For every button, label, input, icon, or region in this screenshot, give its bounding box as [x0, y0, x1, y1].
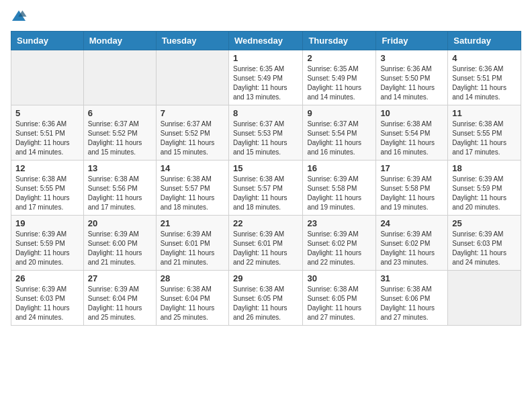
calendar-week-row: 12Sunrise: 6:38 AM Sunset: 5:55 PM Dayli…	[11, 161, 521, 216]
day-info: Sunrise: 6:35 AM Sunset: 5:49 PM Dayligh…	[307, 64, 371, 102]
calendar-cell: 5Sunrise: 6:36 AM Sunset: 5:51 PM Daylig…	[11, 105, 84, 161]
day-number: 27	[88, 273, 152, 283]
day-info: Sunrise: 6:39 AM Sunset: 6:02 PM Dayligh…	[307, 230, 371, 267]
day-info: Sunrise: 6:38 AM Sunset: 6:04 PM Dayligh…	[161, 285, 224, 322]
day-number: 13	[88, 163, 152, 173]
day-number: 31	[380, 273, 443, 283]
calendar-cell: 30Sunrise: 6:38 AM Sunset: 6:05 PM Dayli…	[303, 271, 376, 326]
day-info: Sunrise: 6:38 AM Sunset: 5:54 PM Dayligh…	[380, 120, 443, 157]
calendar-cell: 22Sunrise: 6:39 AM Sunset: 6:01 PM Dayli…	[228, 216, 302, 271]
logo	[11, 11, 30, 24]
day-number: 25	[452, 218, 517, 228]
day-info: Sunrise: 6:38 AM Sunset: 6:05 PM Dayligh…	[233, 285, 298, 322]
calendar-header-row: SundayMondayTuesdayWednesdayThursdayFrid…	[11, 32, 521, 50]
day-number: 18	[452, 163, 517, 173]
calendar-cell: 27Sunrise: 6:39 AM Sunset: 6:04 PM Dayli…	[83, 271, 156, 326]
logo-icon	[11, 9, 27, 23]
day-info: Sunrise: 6:39 AM Sunset: 6:03 PM Dayligh…	[452, 230, 517, 267]
col-header-tuesday: Tuesday	[156, 32, 228, 50]
day-info: Sunrise: 6:38 AM Sunset: 6:06 PM Dayligh…	[380, 285, 443, 322]
calendar-cell: 13Sunrise: 6:38 AM Sunset: 5:56 PM Dayli…	[83, 161, 156, 216]
day-info: Sunrise: 6:37 AM Sunset: 5:52 PM Dayligh…	[161, 120, 224, 157]
day-info: Sunrise: 6:38 AM Sunset: 5:57 PM Dayligh…	[161, 175, 224, 212]
day-info: Sunrise: 6:36 AM Sunset: 5:51 PM Dayligh…	[15, 120, 79, 157]
day-info: Sunrise: 6:38 AM Sunset: 5:55 PM Dayligh…	[15, 175, 79, 212]
day-info: Sunrise: 6:38 AM Sunset: 6:05 PM Dayligh…	[307, 285, 371, 322]
calendar-cell	[83, 50, 156, 105]
day-number: 22	[233, 218, 298, 228]
col-header-thursday: Thursday	[303, 32, 376, 50]
calendar-cell: 2Sunrise: 6:35 AM Sunset: 5:49 PM Daylig…	[303, 50, 376, 105]
day-info: Sunrise: 6:39 AM Sunset: 5:58 PM Dayligh…	[380, 175, 443, 212]
calendar: SundayMondayTuesdayWednesdayThursdayFrid…	[11, 31, 521, 326]
day-info: Sunrise: 6:39 AM Sunset: 5:58 PM Dayligh…	[307, 175, 371, 212]
day-info: Sunrise: 6:38 AM Sunset: 5:57 PM Dayligh…	[233, 175, 298, 212]
day-number: 9	[307, 108, 371, 118]
day-number: 3	[380, 53, 443, 63]
calendar-cell: 1Sunrise: 6:35 AM Sunset: 5:49 PM Daylig…	[228, 50, 302, 105]
day-info: Sunrise: 6:37 AM Sunset: 5:52 PM Dayligh…	[88, 120, 152, 157]
calendar-cell: 7Sunrise: 6:37 AM Sunset: 5:52 PM Daylig…	[156, 105, 228, 161]
day-number: 11	[452, 108, 517, 118]
day-info: Sunrise: 6:38 AM Sunset: 5:55 PM Dayligh…	[452, 120, 517, 157]
calendar-week-row: 19Sunrise: 6:39 AM Sunset: 5:59 PM Dayli…	[11, 216, 521, 271]
calendar-cell: 15Sunrise: 6:38 AM Sunset: 5:57 PM Dayli…	[228, 161, 302, 216]
col-header-friday: Friday	[376, 32, 448, 50]
col-header-saturday: Saturday	[448, 32, 521, 50]
calendar-cell	[448, 271, 521, 326]
calendar-cell	[11, 50, 84, 105]
day-number: 19	[15, 218, 79, 228]
day-number: 15	[233, 163, 298, 173]
calendar-cell: 19Sunrise: 6:39 AM Sunset: 5:59 PM Dayli…	[11, 216, 84, 271]
day-info: Sunrise: 6:37 AM Sunset: 5:54 PM Dayligh…	[307, 120, 371, 157]
day-number: 26	[15, 273, 79, 283]
calendar-cell: 25Sunrise: 6:39 AM Sunset: 6:03 PM Dayli…	[448, 216, 521, 271]
day-number: 6	[88, 108, 152, 118]
col-header-sunday: Sunday	[11, 32, 84, 50]
header	[11, 11, 521, 24]
day-number: 1	[233, 53, 298, 63]
calendar-cell: 31Sunrise: 6:38 AM Sunset: 6:06 PM Dayli…	[376, 271, 448, 326]
calendar-week-row: 26Sunrise: 6:39 AM Sunset: 6:03 PM Dayli…	[11, 271, 521, 326]
day-number: 2	[307, 53, 371, 63]
col-header-wednesday: Wednesday	[228, 32, 302, 50]
calendar-cell: 11Sunrise: 6:38 AM Sunset: 5:55 PM Dayli…	[448, 105, 521, 161]
day-info: Sunrise: 6:39 AM Sunset: 6:03 PM Dayligh…	[15, 285, 79, 322]
day-number: 8	[233, 108, 298, 118]
day-info: Sunrise: 6:39 AM Sunset: 6:01 PM Dayligh…	[161, 230, 224, 267]
day-info: Sunrise: 6:39 AM Sunset: 6:00 PM Dayligh…	[88, 230, 152, 267]
calendar-cell: 10Sunrise: 6:38 AM Sunset: 5:54 PM Dayli…	[376, 105, 448, 161]
day-number: 20	[88, 218, 152, 228]
col-header-monday: Monday	[83, 32, 156, 50]
calendar-cell: 24Sunrise: 6:39 AM Sunset: 6:02 PM Dayli…	[376, 216, 448, 271]
day-number: 17	[380, 163, 443, 173]
day-number: 5	[15, 108, 79, 118]
calendar-cell	[156, 50, 228, 105]
calendar-cell: 12Sunrise: 6:38 AM Sunset: 5:55 PM Dayli…	[11, 161, 84, 216]
day-info: Sunrise: 6:39 AM Sunset: 6:02 PM Dayligh…	[380, 230, 443, 267]
day-info: Sunrise: 6:39 AM Sunset: 5:59 PM Dayligh…	[452, 175, 517, 212]
day-info: Sunrise: 6:36 AM Sunset: 5:50 PM Dayligh…	[380, 64, 443, 102]
calendar-cell: 14Sunrise: 6:38 AM Sunset: 5:57 PM Dayli…	[156, 161, 228, 216]
calendar-cell: 8Sunrise: 6:37 AM Sunset: 5:53 PM Daylig…	[228, 105, 302, 161]
calendar-cell: 21Sunrise: 6:39 AM Sunset: 6:01 PM Dayli…	[156, 216, 228, 271]
calendar-cell: 23Sunrise: 6:39 AM Sunset: 6:02 PM Dayli…	[303, 216, 376, 271]
day-number: 12	[15, 163, 79, 173]
day-info: Sunrise: 6:39 AM Sunset: 6:04 PM Dayligh…	[88, 285, 152, 322]
day-number: 23	[307, 218, 371, 228]
day-number: 16	[307, 163, 371, 173]
calendar-cell: 26Sunrise: 6:39 AM Sunset: 6:03 PM Dayli…	[11, 271, 84, 326]
calendar-cell: 18Sunrise: 6:39 AM Sunset: 5:59 PM Dayli…	[448, 161, 521, 216]
day-info: Sunrise: 6:37 AM Sunset: 5:53 PM Dayligh…	[233, 120, 298, 157]
day-info: Sunrise: 6:36 AM Sunset: 5:51 PM Dayligh…	[452, 64, 517, 102]
day-number: 14	[161, 163, 224, 173]
day-info: Sunrise: 6:38 AM Sunset: 5:56 PM Dayligh…	[88, 175, 152, 212]
day-number: 21	[161, 218, 224, 228]
day-number: 24	[380, 218, 443, 228]
day-info: Sunrise: 6:39 AM Sunset: 6:01 PM Dayligh…	[233, 230, 298, 267]
calendar-cell: 20Sunrise: 6:39 AM Sunset: 6:00 PM Dayli…	[83, 216, 156, 271]
day-info: Sunrise: 6:39 AM Sunset: 5:59 PM Dayligh…	[15, 230, 79, 267]
day-number: 4	[452, 53, 517, 63]
day-number: 10	[380, 108, 443, 118]
day-number: 28	[161, 273, 224, 283]
